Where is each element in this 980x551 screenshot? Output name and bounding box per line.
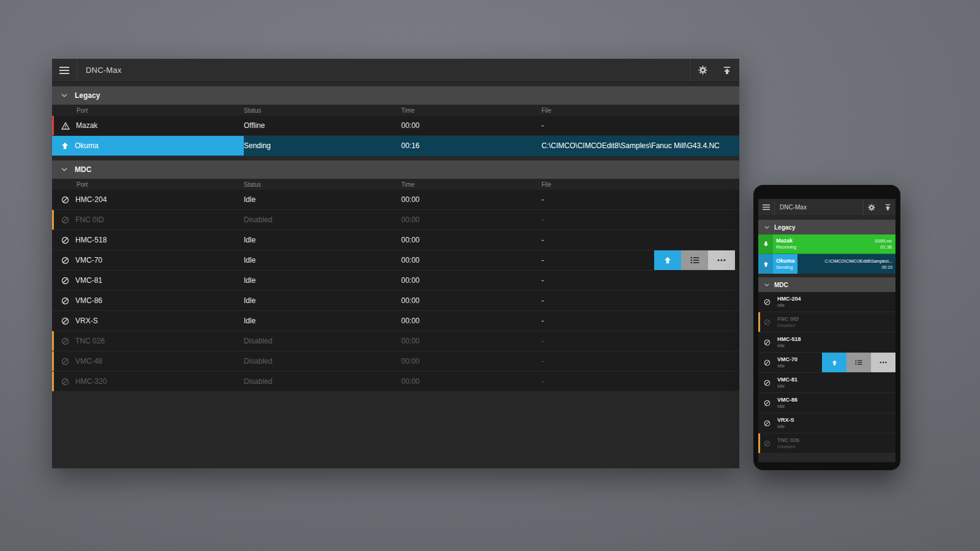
file-cell: - [541,311,739,331]
status-cell: Idle [244,271,401,290]
file-cell: - [541,372,739,391]
chevron-down-icon [764,283,769,287]
section-header-legacy[interactable]: Legacy [52,86,739,105]
port-cell: HMC-518 [52,230,244,250]
transfer-file: C:\CIMCO\CIMCOEdit8\Samples\... [825,259,892,263]
port-info: HMC-518 Idle [777,337,801,348]
file-cell: - [541,230,739,250]
table-row-mazak[interactable]: Mazak Offline 00:00 - [52,116,739,136]
table-row-hmc-204[interactable]: HMC-204 Idle 00:00 - [52,190,739,210]
table-row-hmc-320[interactable]: HMC-320 Disabled 00:00 - [52,372,739,392]
send-file-button[interactable] [715,59,739,82]
warning-icon [61,122,70,130]
port-status: Idle [777,364,797,369]
column-header-port: Port [52,181,244,188]
table-row-vmc-81[interactable]: VMC-81 Idle 00:00 - [52,271,739,291]
queue-list-button[interactable] [681,250,708,270]
disabled-icon [61,358,69,365]
phone-row-okuma[interactable]: Okuma Sending C:\CIMCO\CIMCOEdit8\Sample… [758,254,895,274]
idle-icon [61,236,69,244]
status-cell: Idle [244,311,401,331]
port-info: Mazak Receiving [776,234,796,253]
phone-row-mazak[interactable]: Mazak Receiving 1000.nc 01:38 [758,234,895,254]
settings-button[interactable] [864,199,880,216]
port-name: VMC-86 [75,296,102,305]
idle-icon [764,380,771,386]
phone-row-vmc-86[interactable]: VMC-86 Idle [758,393,895,413]
idle-icon [61,196,69,204]
send-file-button[interactable] [654,250,681,270]
port-info: VMC-81 Idle [777,377,797,389]
table-row-vmc-70[interactable]: VMC-70 Idle 00:00 - [52,250,739,271]
window-header: DNC-Max [52,59,739,82]
status-cell: Idle [244,250,401,270]
column-header-time: Time [401,107,541,114]
file-cell: - [541,291,739,310]
port-status: Receiving [776,245,796,250]
sending-arrow-icon [61,142,69,149]
chevron-down-icon [61,94,67,97]
file-cell: - [541,271,739,290]
more-options-button[interactable] [871,353,895,372]
time-cell: 00:16 [401,136,541,156]
port-name: VMC-70 [75,256,102,264]
desktop-background: { "window": { "title": "DNC-Max" }, "pho… [0,0,980,551]
transfer-time: 01:38 [880,245,892,250]
column-headers: Port Status Time File [52,105,739,116]
phone-row-vmc-70[interactable]: VMC-70 Idle [758,353,895,373]
section-header-mdc[interactable]: MDC [52,160,739,179]
upload-icon [884,204,891,211]
queue-list-button[interactable] [846,353,871,372]
status-cell: Disabled [244,372,401,391]
column-header-file: File [541,107,739,114]
file-cell: C:\CIMCO\CIMCOEdit8\Samples\Fanuc Mill\G… [541,136,739,156]
transfer-info: C:\CIMCO\CIMCOEdit8\Samples\... 00:19 [797,254,895,274]
send-file-button[interactable] [880,199,895,216]
section-header-mdc[interactable]: MDC [758,277,895,292]
idle-icon [764,359,771,366]
phone-row-vmc-81[interactable]: VMC-81 Idle [758,373,895,393]
time-cell: 00:00 [401,351,541,371]
table-row-vmc-48[interactable]: VMC-48 Disabled 00:00 - [52,351,739,372]
section-header-legacy[interactable]: Legacy [758,220,895,234]
phone-row-fnc-0id[interactable]: FNC 0ID Disabled [758,312,895,332]
table-row-okuma[interactable]: Okuma Sending 00:16 C:\CIMCO\CIMCOEdit8\… [52,136,739,156]
phone-row-vrx-s[interactable]: VRX-S Idle [758,413,895,433]
port-name: VRX-S [75,317,98,325]
time-cell: 00:00 [401,116,541,135]
port-cell: Okuma [52,136,244,156]
column-header-time: Time [401,181,541,188]
port-cell: FNC 0ID [52,210,244,230]
table-row-hmc-518[interactable]: HMC-518 Idle 00:00 - [52,230,739,250]
table-row-tnc-026[interactable]: TNC 026 Disabled 00:00 - [52,331,739,351]
menu-button[interactable] [52,59,77,82]
upload-arrow-icon [763,261,769,267]
port-status: Disabled [777,444,799,449]
port-name: HMC-204 [75,195,107,204]
time-cell: 00:00 [401,190,541,209]
port-name: HMC-518 [75,236,107,244]
phone-row-tnc-026[interactable]: TNC 026 Disabled [758,433,895,454]
port-name: TNC 026 [75,337,105,345]
port-cell: VMC-86 [52,291,244,310]
menu-button[interactable] [758,199,774,216]
upload-icon [723,66,731,75]
table-row-vrx-s[interactable]: VRX-S Idle 00:00 - [52,311,739,331]
idle-icon [764,420,771,427]
file-cell: - [541,210,739,230]
port-name: VRX-S [777,418,794,423]
idle-icon [61,257,69,264]
settings-button[interactable] [690,59,715,82]
send-file-button[interactable] [822,353,846,372]
port-status: Idle [777,384,797,389]
phone-row-hmc-518[interactable]: HMC-518 Idle [758,332,895,353]
chevron-down-icon [764,226,769,229]
app-title: DNC-Max [86,66,121,75]
table-row-fnc-0id[interactable]: FNC 0ID Disabled 00:00 - [52,210,739,230]
disabled-icon [61,216,69,224]
gear-icon [698,66,707,75]
table-row-vmc-86[interactable]: VMC-86 Idle 00:00 - [52,291,739,311]
phone-row-hmc-204[interactable]: HMC-204 Idle [758,292,895,312]
header-divider [774,199,775,216]
more-options-button[interactable] [708,250,735,270]
